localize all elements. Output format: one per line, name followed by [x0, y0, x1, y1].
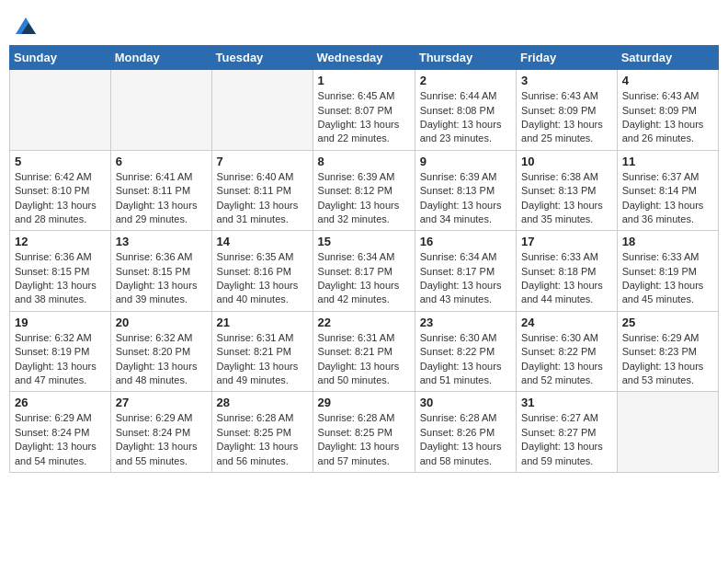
calendar-cell: 6Sunrise: 6:41 AM Sunset: 8:11 PM Daylig…: [110, 150, 211, 231]
day-info: Sunrise: 6:43 AM Sunset: 8:09 PM Dayligh…: [622, 89, 713, 146]
calendar-cell: 12Sunrise: 6:36 AM Sunset: 8:15 PM Dayli…: [10, 231, 111, 312]
calendar-week-row: 19Sunrise: 6:32 AM Sunset: 8:19 PM Dayli…: [10, 311, 719, 392]
calendar-cell: 16Sunrise: 6:34 AM Sunset: 8:17 PM Dayli…: [415, 231, 516, 312]
day-info: Sunrise: 6:44 AM Sunset: 8:08 PM Dayligh…: [420, 89, 511, 146]
day-number: 9: [420, 155, 511, 168]
day-number: 13: [116, 235, 207, 248]
weekday-header: Thursday: [415, 46, 516, 70]
day-info: Sunrise: 6:29 AM Sunset: 8:24 PM Dayligh…: [15, 411, 106, 468]
day-info: Sunrise: 6:43 AM Sunset: 8:09 PM Dayligh…: [521, 89, 612, 146]
day-info: Sunrise: 6:36 AM Sunset: 8:15 PM Dayligh…: [116, 250, 207, 307]
day-number: 24: [521, 316, 612, 329]
calendar-table: SundayMondayTuesdayWednesdayThursdayFrid…: [9, 45, 719, 473]
day-info: Sunrise: 6:45 AM Sunset: 8:07 PM Dayligh…: [318, 89, 410, 146]
day-info: Sunrise: 6:39 AM Sunset: 8:13 PM Dayligh…: [420, 170, 511, 227]
calendar-cell: 10Sunrise: 6:38 AM Sunset: 8:13 PM Dayli…: [517, 150, 618, 231]
calendar-cell: 3Sunrise: 6:43 AM Sunset: 8:09 PM Daylig…: [517, 70, 618, 151]
calendar-cell: [211, 70, 313, 151]
day-info: Sunrise: 6:29 AM Sunset: 8:23 PM Dayligh…: [622, 331, 713, 388]
calendar-cell: 25Sunrise: 6:29 AM Sunset: 8:23 PM Dayli…: [617, 311, 718, 392]
day-number: 5: [15, 155, 106, 168]
day-info: Sunrise: 6:37 AM Sunset: 8:14 PM Dayligh…: [622, 170, 713, 227]
day-number: 30: [420, 396, 511, 409]
calendar-cell: 4Sunrise: 6:43 AM Sunset: 8:09 PM Daylig…: [617, 70, 718, 151]
day-number: 31: [521, 396, 612, 409]
calendar-cell: 30Sunrise: 6:28 AM Sunset: 8:26 PM Dayli…: [415, 392, 516, 473]
weekday-header: Sunday: [10, 46, 111, 70]
day-info: Sunrise: 6:35 AM Sunset: 8:16 PM Dayligh…: [217, 250, 308, 307]
calendar-cell: 18Sunrise: 6:33 AM Sunset: 8:19 PM Dayli…: [617, 231, 718, 312]
calendar-cell: 24Sunrise: 6:30 AM Sunset: 8:22 PM Dayli…: [517, 311, 618, 392]
weekday-header: Monday: [110, 46, 211, 70]
day-number: 1: [318, 74, 410, 87]
day-number: 25: [622, 316, 713, 329]
calendar-cell: 17Sunrise: 6:33 AM Sunset: 8:18 PM Dayli…: [517, 231, 618, 312]
day-number: 29: [318, 396, 410, 409]
day-info: Sunrise: 6:33 AM Sunset: 8:19 PM Dayligh…: [622, 250, 713, 307]
calendar-cell: 29Sunrise: 6:28 AM Sunset: 8:25 PM Dayli…: [313, 392, 415, 473]
day-number: 14: [217, 235, 308, 248]
day-number: 26: [15, 396, 106, 409]
calendar-cell: 19Sunrise: 6:32 AM Sunset: 8:19 PM Dayli…: [10, 311, 111, 392]
calendar-week-row: 12Sunrise: 6:36 AM Sunset: 8:15 PM Dayli…: [10, 231, 719, 312]
calendar-cell: [10, 70, 111, 151]
day-info: Sunrise: 6:28 AM Sunset: 8:25 PM Dayligh…: [318, 411, 410, 468]
calendar-week-row: 26Sunrise: 6:29 AM Sunset: 8:24 PM Dayli…: [10, 392, 719, 473]
day-number: 15: [318, 235, 410, 248]
day-number: 21: [217, 316, 308, 329]
calendar-cell: 22Sunrise: 6:31 AM Sunset: 8:21 PM Dayli…: [313, 311, 415, 392]
day-info: Sunrise: 6:38 AM Sunset: 8:13 PM Dayligh…: [521, 170, 612, 227]
calendar-cell: 28Sunrise: 6:28 AM Sunset: 8:25 PM Dayli…: [211, 392, 313, 473]
calendar-cell: 20Sunrise: 6:32 AM Sunset: 8:20 PM Dayli…: [110, 311, 211, 392]
day-info: Sunrise: 6:39 AM Sunset: 8:12 PM Dayligh…: [318, 170, 410, 227]
weekday-header: Saturday: [617, 46, 718, 70]
day-info: Sunrise: 6:28 AM Sunset: 8:26 PM Dayligh…: [420, 411, 511, 468]
day-number: 8: [318, 155, 410, 168]
calendar-cell: 27Sunrise: 6:29 AM Sunset: 8:24 PM Dayli…: [110, 392, 211, 473]
day-number: 6: [116, 155, 207, 168]
day-number: 28: [217, 396, 308, 409]
day-info: Sunrise: 6:34 AM Sunset: 8:17 PM Dayligh…: [420, 250, 511, 307]
calendar-cell: 7Sunrise: 6:40 AM Sunset: 8:11 PM Daylig…: [211, 150, 313, 231]
day-info: Sunrise: 6:42 AM Sunset: 8:10 PM Dayligh…: [15, 170, 106, 227]
day-info: Sunrise: 6:33 AM Sunset: 8:18 PM Dayligh…: [521, 250, 612, 307]
day-info: Sunrise: 6:40 AM Sunset: 8:11 PM Dayligh…: [217, 170, 308, 227]
calendar-cell: 21Sunrise: 6:31 AM Sunset: 8:21 PM Dayli…: [211, 311, 313, 392]
day-number: 12: [15, 235, 106, 248]
weekday-header: Friday: [517, 46, 618, 70]
day-info: Sunrise: 6:31 AM Sunset: 8:21 PM Dayligh…: [318, 331, 410, 388]
day-number: 10: [521, 155, 612, 168]
weekday-header: Wednesday: [313, 46, 415, 70]
calendar-cell: 9Sunrise: 6:39 AM Sunset: 8:13 PM Daylig…: [415, 150, 516, 231]
page-header: [9, 9, 719, 36]
day-info: Sunrise: 6:34 AM Sunset: 8:17 PM Dayligh…: [318, 250, 410, 307]
day-number: 20: [116, 316, 207, 329]
calendar-cell: 13Sunrise: 6:36 AM Sunset: 8:15 PM Dayli…: [110, 231, 211, 312]
day-number: 11: [622, 155, 713, 168]
calendar-cell: [617, 392, 718, 473]
calendar-cell: 2Sunrise: 6:44 AM Sunset: 8:08 PM Daylig…: [415, 70, 516, 151]
calendar-cell: 31Sunrise: 6:27 AM Sunset: 8:27 PM Dayli…: [517, 392, 618, 473]
day-number: 17: [521, 235, 612, 248]
calendar-cell: 14Sunrise: 6:35 AM Sunset: 8:16 PM Dayli…: [211, 231, 313, 312]
calendar-cell: 23Sunrise: 6:30 AM Sunset: 8:22 PM Dayli…: [415, 311, 516, 392]
day-info: Sunrise: 6:29 AM Sunset: 8:24 PM Dayligh…: [116, 411, 207, 468]
day-info: Sunrise: 6:27 AM Sunset: 8:27 PM Dayligh…: [521, 411, 612, 468]
calendar-cell: 11Sunrise: 6:37 AM Sunset: 8:14 PM Dayli…: [617, 150, 718, 231]
day-number: 18: [622, 235, 713, 248]
calendar-cell: [110, 70, 211, 151]
day-number: 27: [116, 396, 207, 409]
calendar-cell: 5Sunrise: 6:42 AM Sunset: 8:10 PM Daylig…: [10, 150, 111, 231]
weekday-header: Tuesday: [211, 46, 313, 70]
day-number: 16: [420, 235, 511, 248]
day-number: 23: [420, 316, 511, 329]
calendar-cell: 15Sunrise: 6:34 AM Sunset: 8:17 PM Dayli…: [313, 231, 415, 312]
calendar-week-row: 1Sunrise: 6:45 AM Sunset: 8:07 PM Daylig…: [10, 70, 719, 151]
calendar-cell: 1Sunrise: 6:45 AM Sunset: 8:07 PM Daylig…: [313, 70, 415, 151]
day-number: 7: [217, 155, 308, 168]
logo: [14, 14, 36, 36]
day-info: Sunrise: 6:30 AM Sunset: 8:22 PM Dayligh…: [521, 331, 612, 388]
day-info: Sunrise: 6:32 AM Sunset: 8:19 PM Dayligh…: [15, 331, 106, 388]
day-number: 3: [521, 74, 612, 87]
day-info: Sunrise: 6:36 AM Sunset: 8:15 PM Dayligh…: [15, 250, 106, 307]
